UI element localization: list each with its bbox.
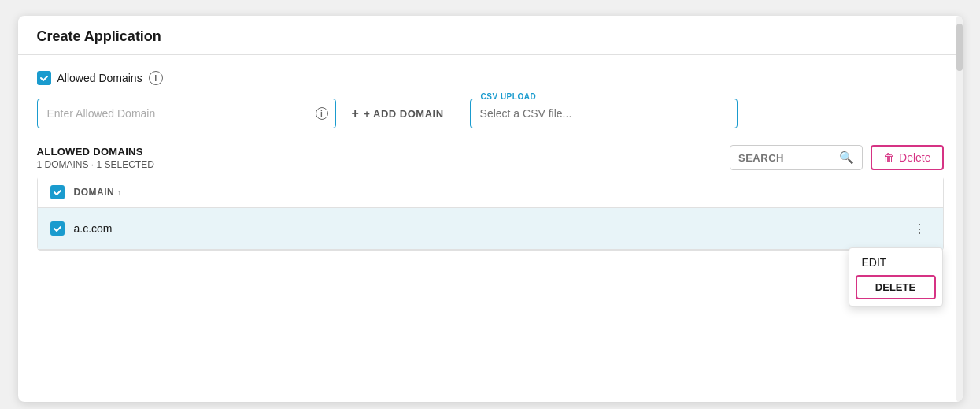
plus-icon: + xyxy=(352,106,360,121)
allowed-domains-toggle-row: Allowed Domains i xyxy=(37,71,944,85)
row-domain-value: a.c.com xyxy=(74,222,899,235)
search-input[interactable] xyxy=(738,152,833,164)
scrollbar[interactable] xyxy=(956,16,963,402)
page-title: Create Application xyxy=(37,28,161,44)
table-header-left: ALLOWED DOMAINS 1 DOMAINS · 1 SELECTED xyxy=(37,146,154,170)
context-menu: EDIT DELETE xyxy=(849,247,943,307)
table-header-row: ALLOWED DOMAINS 1 DOMAINS · 1 SELECTED 🔍… xyxy=(37,145,944,170)
row-context-menu-trigger[interactable]: ⋮ xyxy=(908,218,930,240)
context-menu-delete[interactable]: DELETE xyxy=(856,275,936,299)
allowed-domains-label: Allowed Domains xyxy=(57,72,142,84)
card-header: Create Application xyxy=(18,16,963,55)
allowed-domains-info-icon[interactable]: i xyxy=(149,71,163,85)
delete-button[interactable]: 🗑 Delete xyxy=(871,145,943,170)
add-domain-label: + ADD DOMAIN xyxy=(364,108,443,120)
row-checkbox[interactable] xyxy=(50,221,65,236)
table-row: a.c.com ⋮ EDIT DELETE xyxy=(38,208,943,250)
trash-icon: 🗑 xyxy=(883,151,894,164)
allowed-domains-checkbox[interactable] xyxy=(37,71,51,85)
domain-input-wrapper: i xyxy=(37,99,336,128)
search-icon: 🔍 xyxy=(839,151,854,165)
context-menu-edit[interactable]: EDIT xyxy=(849,248,942,272)
domains-table: DOMAIN ↑ a.c.com ⋮ EDIT xyxy=(37,177,944,251)
card-body: Allowed Domains i i + + ADD DOMAIN CSV U… xyxy=(18,55,963,266)
create-application-card: Create Application Allowed Domains i i xyxy=(18,16,963,402)
vertical-divider xyxy=(460,98,460,129)
csv-upload-input[interactable] xyxy=(470,99,738,128)
table-col-header: DOMAIN ↑ xyxy=(38,177,943,208)
delete-button-label: Delete xyxy=(899,151,930,164)
scrollbar-thumb xyxy=(956,24,963,71)
select-all-checkmark xyxy=(53,188,62,197)
domain-input-info-icon[interactable]: i xyxy=(316,107,328,120)
sort-arrow-icon: ↑ xyxy=(117,188,122,197)
allowed-domains-table-title: ALLOWED DOMAINS xyxy=(37,146,154,158)
search-box: 🔍 xyxy=(730,145,863,170)
domains-count: 1 DOMAINS · 1 SELECTED xyxy=(37,159,154,170)
input-row: i + + ADD DOMAIN CSV UPLOAD xyxy=(37,98,944,129)
csv-upload-label: CSV UPLOAD xyxy=(478,92,540,101)
csv-upload-wrapper: CSV UPLOAD xyxy=(470,99,738,128)
domain-column-header: DOMAIN ↑ xyxy=(74,187,122,198)
select-all-checkbox[interactable] xyxy=(50,185,65,199)
row-checkmark-icon xyxy=(53,224,62,233)
domain-input[interactable] xyxy=(37,99,336,128)
checkmark-icon xyxy=(39,73,49,83)
add-domain-button[interactable]: + + ADD DOMAIN xyxy=(346,106,450,121)
allowed-domains-checkbox-wrapper[interactable]: Allowed Domains xyxy=(37,71,142,85)
table-header-right: 🔍 🗑 Delete xyxy=(730,145,943,170)
